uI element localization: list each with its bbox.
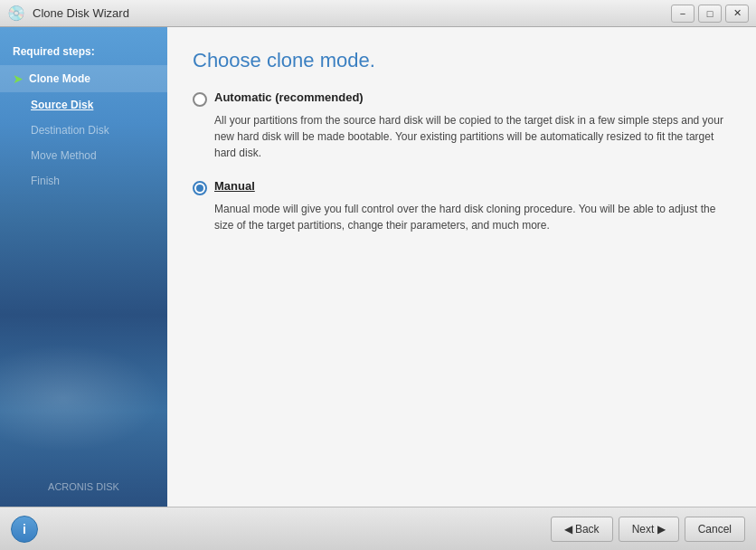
- sidebar-item-destination-disk[interactable]: Destination Disk: [0, 118, 167, 143]
- cancel-button[interactable]: Cancel: [685, 517, 745, 542]
- minimize-button[interactable]: −: [671, 5, 695, 23]
- sidebar-bottom-text: ACRONIS DISK: [0, 481, 167, 492]
- sidebar-item-move-method[interactable]: Move Method: [0, 143, 167, 168]
- manual-label[interactable]: Manual: [214, 179, 255, 193]
- window-controls: − □ ✕: [671, 5, 749, 23]
- sidebar-item-move-method-label: Move Method: [31, 149, 97, 162]
- footer-bar: i ◀ Back Next ▶ Cancel: [0, 507, 756, 550]
- maximize-button[interactable]: □: [698, 5, 722, 23]
- manual-description: Manual mode will give you full control o…: [214, 201, 731, 233]
- main-container: Required steps: ➤ Clone Mode Source Disk…: [0, 27, 756, 507]
- manual-option-row: Manual: [193, 179, 731, 195]
- sidebar-item-clone-mode-label: Clone Mode: [29, 72, 90, 85]
- footer-right: ◀ Back Next ▶ Cancel: [551, 517, 745, 542]
- sidebar-item-source-disk[interactable]: Source Disk: [0, 92, 167, 118]
- content-area: Choose clone mode. Automatic (recommende…: [167, 27, 756, 507]
- close-button[interactable]: ✕: [725, 5, 749, 23]
- title-bar: 💿 Clone Disk Wizard − □ ✕: [0, 0, 756, 27]
- required-steps-label: Required steps:: [0, 38, 167, 65]
- automatic-option-group: Automatic (recommended) All your partiti…: [193, 90, 731, 161]
- content-title: Choose clone mode.: [193, 49, 731, 72]
- sidebar-item-source-disk-label: Source Disk: [31, 99, 93, 111]
- back-button[interactable]: ◀ Back: [551, 517, 613, 542]
- info-button[interactable]: i: [11, 516, 38, 543]
- automatic-label[interactable]: Automatic (recommended): [214, 90, 364, 104]
- footer-left: i: [11, 516, 38, 543]
- sidebar-item-clone-mode[interactable]: ➤ Clone Mode: [0, 65, 167, 92]
- sidebar-item-finish[interactable]: Finish: [0, 168, 167, 194]
- title-bar-left: 💿 Clone Disk Wizard: [7, 5, 129, 23]
- manual-radio[interactable]: [193, 181, 207, 195]
- automatic-description: All your partitions from the source hard…: [214, 112, 731, 161]
- current-arrow-icon: ➤: [13, 71, 24, 86]
- app-icon: 💿: [7, 5, 25, 23]
- sidebar-item-destination-disk-label: Destination Disk: [31, 124, 109, 137]
- next-button[interactable]: Next ▶: [619, 517, 679, 542]
- window-title: Clone Disk Wizard: [33, 6, 129, 20]
- sidebar-item-finish-label: Finish: [31, 175, 60, 187]
- manual-option-group: Manual Manual mode will give you full co…: [193, 179, 731, 233]
- sidebar: Required steps: ➤ Clone Mode Source Disk…: [0, 27, 167, 507]
- automatic-radio[interactable]: [193, 92, 207, 107]
- automatic-option-row: Automatic (recommended): [193, 90, 731, 107]
